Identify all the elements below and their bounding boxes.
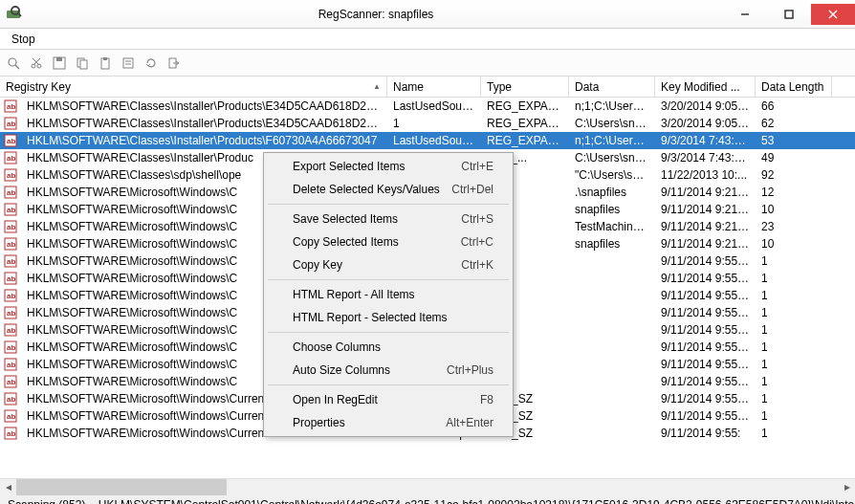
horizontal-scrollbar[interactable]: ◂ ▸ bbox=[0, 478, 855, 494]
toolbar bbox=[0, 50, 855, 77]
toolbar-refresh-icon[interactable] bbox=[142, 54, 161, 73]
context-menu-label: Open In RegEdit bbox=[293, 393, 378, 406]
cell-length: 1 bbox=[756, 391, 832, 406]
context-menu-shortcut: Ctrl+K bbox=[461, 258, 493, 272]
cell-length: 1 bbox=[756, 305, 832, 320]
context-menu-item[interactable]: Auto Size ColumnsCtrl+Plus bbox=[266, 359, 511, 382]
column-header-row: Registry Key▲ Name Type Data Key Modifie… bbox=[0, 77, 855, 98]
table-row[interactable]: abHKLM\SOFTWARE\Classes\Installer\Produc… bbox=[0, 98, 855, 115]
cell-modified: 9/11/2014 9:55:... bbox=[655, 271, 756, 286]
table-row[interactable]: abHKLM\SOFTWARE\Classes\Installer\Produc… bbox=[0, 115, 855, 132]
context-menu-item[interactable]: Copy KeyCtrl+K bbox=[266, 253, 511, 276]
svg-text:ab: ab bbox=[7, 395, 15, 404]
toolbar-exit-icon[interactable] bbox=[164, 54, 184, 73]
app-icon bbox=[5, 5, 24, 24]
context-menu-separator bbox=[268, 279, 509, 280]
context-menu-item[interactable]: HTML Report - All Items bbox=[266, 283, 511, 306]
cell-name: LastUsedSource bbox=[387, 99, 481, 114]
cell-type: REG_EXPAND_... bbox=[481, 99, 569, 114]
cell-length: 1 bbox=[756, 340, 832, 355]
reg-value-icon: ab bbox=[4, 358, 19, 371]
table-row[interactable]: abHKLM\SOFTWARE\Classes\Installer\Produc… bbox=[0, 132, 855, 149]
scroll-thumb[interactable] bbox=[16, 479, 227, 495]
svg-rect-16 bbox=[80, 60, 87, 69]
toolbar-properties-icon[interactable] bbox=[119, 54, 138, 73]
menu-stop[interactable]: Stop bbox=[6, 31, 41, 48]
column-header-name[interactable]: Name bbox=[387, 77, 481, 97]
context-menu-label: HTML Report - All Items bbox=[293, 288, 415, 301]
context-menu-label: Delete Selected Keys/Values bbox=[293, 183, 440, 196]
context-menu-item[interactable]: Choose Columns bbox=[266, 336, 511, 359]
reg-value-icon: ab bbox=[4, 340, 19, 354]
svg-rect-19 bbox=[123, 58, 133, 68]
context-menu-item[interactable]: Save Selected ItemsCtrl+S bbox=[266, 208, 511, 230]
cell-data: C:\Users\snapf... bbox=[569, 150, 655, 165]
cell-modified: 9/11/2014 9:55:... bbox=[655, 305, 756, 320]
cell-length: 1 bbox=[756, 253, 832, 269]
close-button[interactable] bbox=[811, 4, 855, 25]
context-menu-item[interactable]: Open In RegEditF8 bbox=[266, 388, 511, 411]
svg-text:ab: ab bbox=[7, 309, 15, 318]
maximize-button[interactable] bbox=[767, 4, 811, 25]
cell-data: "C:\Users\snap... bbox=[569, 167, 655, 183]
cell-length: 23 bbox=[756, 219, 832, 234]
toolbar-cut-icon[interactable] bbox=[27, 54, 46, 73]
cell-modified: 9/11/2014 9:55:... bbox=[655, 357, 756, 372]
scroll-left-button[interactable]: ◂ bbox=[0, 479, 16, 495]
cell-modified: 9/11/2014 9:21:... bbox=[655, 219, 756, 234]
sort-indicator-icon: ▲ bbox=[373, 82, 381, 91]
cell-modified: 9/11/2014 9:55:... bbox=[655, 322, 756, 338]
cell-data: snapfiles bbox=[569, 236, 655, 252]
svg-text:ab: ab bbox=[7, 223, 15, 231]
svg-text:ab: ab bbox=[7, 154, 15, 163]
titlebar: RegScanner: snapfiles bbox=[0, 0, 855, 29]
column-header-data-length[interactable]: Data Length bbox=[756, 77, 832, 97]
cell-modified: 9/3/2014 7:43:0... bbox=[655, 150, 756, 165]
reg-value-icon: ab bbox=[4, 306, 19, 319]
cell-data: TestMachine5\... bbox=[569, 219, 655, 234]
context-menu-item[interactable]: HTML Report - Selected Items bbox=[266, 306, 511, 329]
context-menu-item[interactable]: PropertiesAlt+Enter bbox=[266, 411, 511, 434]
cell-length: 1 bbox=[756, 271, 832, 286]
context-menu-item[interactable]: Export Selected ItemsCtrl+E bbox=[266, 155, 511, 178]
column-header-data[interactable]: Data bbox=[569, 77, 655, 97]
svg-text:ab: ab bbox=[7, 206, 15, 214]
cell-registry-key: HKLM\SOFTWARE\Classes\Installer\Products… bbox=[21, 99, 387, 114]
context-menu-item[interactable]: Delete Selected Keys/ValuesCtrl+Del bbox=[266, 178, 511, 201]
cell-data bbox=[569, 363, 655, 365]
svg-text:ab: ab bbox=[7, 102, 15, 111]
toolbar-save-icon[interactable] bbox=[50, 54, 69, 73]
cell-length: 92 bbox=[756, 167, 832, 183]
scroll-track[interactable] bbox=[16, 479, 839, 495]
context-menu-separator bbox=[268, 332, 509, 333]
toolbar-copy-icon[interactable] bbox=[73, 54, 92, 73]
column-header-type[interactable]: Type bbox=[481, 77, 569, 97]
column-header-registry-key[interactable]: Registry Key▲ bbox=[0, 77, 387, 97]
reg-value-icon: ab bbox=[4, 392, 19, 405]
svg-point-7 bbox=[9, 58, 16, 66]
reg-value-icon: ab bbox=[4, 117, 19, 130]
svg-text:ab: ab bbox=[7, 257, 15, 266]
toolbar-clipboard-icon[interactable] bbox=[96, 54, 115, 73]
context-menu-separator bbox=[268, 384, 509, 385]
cell-data bbox=[569, 346, 655, 348]
scroll-right-button[interactable]: ▸ bbox=[839, 479, 855, 495]
context-menu-shortcut: Ctrl+E bbox=[461, 160, 493, 173]
cell-modified: 9/11/2014 9:55:... bbox=[655, 340, 756, 355]
column-header-key-modified[interactable]: Key Modified ... bbox=[655, 77, 756, 97]
context-menu-item[interactable]: Copy Selected ItemsCtrl+C bbox=[266, 230, 511, 253]
cell-data: snapfiles bbox=[569, 202, 655, 217]
toolbar-scan-icon[interactable] bbox=[4, 54, 23, 73]
context-menu-label: Properties bbox=[293, 416, 345, 429]
cell-modified: 11/22/2013 10:... bbox=[655, 167, 756, 183]
reg-value-icon: ab bbox=[4, 168, 19, 182]
svg-text:ab: ab bbox=[7, 343, 15, 352]
cell-modified: 9/11/2014 9:21:... bbox=[655, 236, 756, 252]
svg-text:ab: ab bbox=[7, 429, 15, 438]
svg-text:ab: ab bbox=[7, 378, 15, 386]
cell-type: REG_EXPAND_... bbox=[481, 133, 569, 148]
reg-value-icon: ab bbox=[4, 289, 19, 302]
cell-modified: 9/3/2014 7:43:0... bbox=[655, 133, 756, 148]
cell-data bbox=[569, 381, 655, 383]
minimize-button[interactable] bbox=[723, 4, 767, 25]
